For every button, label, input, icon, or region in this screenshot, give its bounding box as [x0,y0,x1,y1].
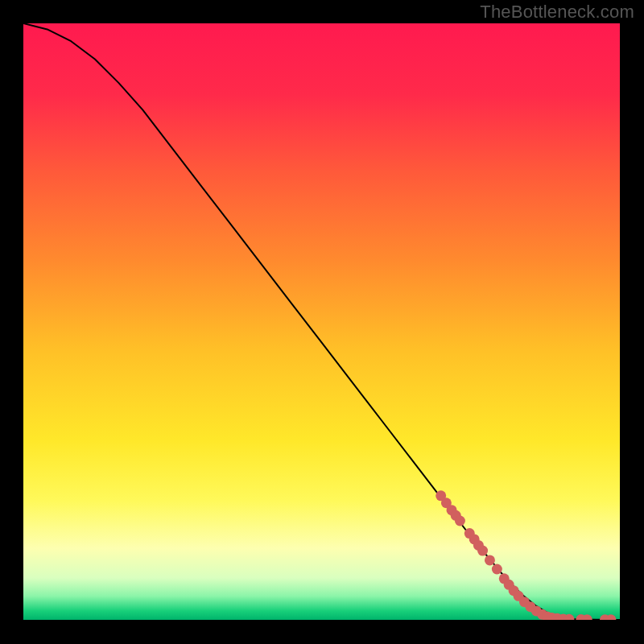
highlight-dot [455,515,465,526]
highlight-dot [492,564,502,575]
plot-area [23,23,620,620]
chart-background [23,23,620,620]
watermark-text: TheBottleneck.com [480,2,634,23]
chart-stage: TheBottleneck.com [0,0,644,644]
highlight-dot [485,555,495,565]
highlight-dot [477,546,488,556]
chart-svg [23,23,620,620]
